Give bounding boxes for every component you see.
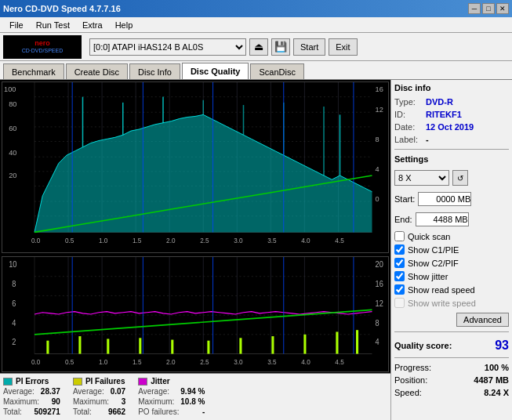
speed-selector[interactable]: 8 X Max 1 X 2 X 4 X 16 X [394, 170, 449, 186]
jitter-average: 9.94 % [180, 387, 205, 396]
show-jitter-checkbox[interactable] [394, 271, 405, 281]
svg-text:1.0: 1.0 [99, 358, 108, 366]
svg-text:10: 10 [9, 260, 16, 269]
svg-rect-97 [239, 339, 241, 354]
svg-text:4.5: 4.5 [335, 358, 344, 366]
svg-text:2.5: 2.5 [200, 237, 209, 244]
jitter-average-row: Average: 9.94 % [138, 387, 205, 396]
tab-create-disc[interactable]: Create Disc [66, 63, 128, 79]
window-controls: ─ □ ✕ [468, 3, 509, 14]
tab-scan-disc[interactable]: ScanDisc [250, 63, 303, 79]
top-chart-svg: 100 80 60 40 20 16 12 8 4 0 0.0 0.5 1.0 … [2, 82, 388, 252]
svg-text:80: 80 [9, 100, 16, 108]
pi-errors-total: 509271 [34, 407, 60, 416]
disc-id-row: ID: RITEKF1 [394, 110, 509, 119]
show-c2pif-label[interactable]: Show C2/PIF [408, 259, 459, 268]
chart-area: recorded with PIONEER DVD-RW DVR-106D [0, 80, 390, 420]
menu-bar: File Run Test Extra Help [0, 17, 512, 33]
svg-rect-101 [356, 330, 358, 353]
exit-button[interactable]: Exit [329, 38, 357, 56]
show-write-speed-checkbox[interactable] [394, 298, 405, 308]
jitter-color [138, 378, 147, 386]
svg-text:4: 4 [376, 338, 380, 346]
disc-date-label: Date: [394, 122, 423, 132]
svg-text:4: 4 [376, 165, 379, 173]
quick-scan-label[interactable]: Quick scan [408, 232, 450, 241]
show-c1pie-label[interactable]: Show C1/PIE [408, 245, 459, 255]
pi-failures-maximum: 3 [122, 397, 126, 406]
disc-type-label: Type: [394, 97, 423, 107]
close-button[interactable]: ✕ [496, 3, 509, 14]
divider-2 [394, 331, 509, 332]
speed-display-value: 8.24 X [484, 388, 509, 397]
svg-rect-99 [303, 335, 306, 354]
show-c2pif-checkbox[interactable] [394, 258, 405, 268]
start-row: Start: [394, 192, 509, 206]
menu-help[interactable]: Help [109, 19, 140, 31]
show-jitter-label[interactable]: Show jitter [408, 272, 448, 281]
logo-text: nero [22, 40, 64, 48]
save-icon-btn[interactable]: 💾 [271, 38, 290, 56]
disc-id-value: RITEKF1 [426, 110, 462, 119]
svg-text:0.5: 0.5 [65, 237, 74, 244]
disc-id-label: ID: [394, 110, 423, 119]
quality-score-value: 93 [495, 339, 509, 353]
maximize-button[interactable]: □ [482, 3, 495, 14]
refresh-icon-btn[interactable]: ↺ [452, 170, 468, 186]
tab-bar: Benchmark Create Disc Disc Info Disc Qua… [0, 61, 512, 80]
svg-rect-92 [78, 336, 81, 353]
disc-date-row: Date: 12 Oct 2019 [394, 122, 509, 132]
pi-failures-max-row: Maximum: 3 [73, 397, 125, 406]
start-label: Start: [394, 194, 415, 204]
svg-text:4.5: 4.5 [335, 237, 344, 244]
minimize-button[interactable]: ─ [468, 3, 481, 14]
svg-rect-96 [207, 341, 209, 354]
speed-display-label: Speed: [394, 388, 422, 397]
pi-failures-label: PI Failures [85, 377, 125, 386]
tab-benchmark[interactable]: Benchmark [3, 63, 64, 79]
svg-text:60: 60 [9, 125, 16, 132]
top-chart: 100 80 60 40 20 16 12 8 4 0 0.0 0.5 1.0 … [2, 81, 389, 253]
settings-title: Settings [394, 154, 509, 164]
drive-selector[interactable]: [0:0] ATAPI iHAS124 B AL0S [89, 38, 246, 56]
svg-text:8: 8 [376, 135, 379, 143]
pi-failures-average: 0.07 [111, 387, 125, 396]
svg-text:12: 12 [376, 106, 383, 114]
svg-text:3.0: 3.0 [234, 237, 243, 244]
disc-label-row: Label: - [394, 135, 509, 144]
tab-disc-info[interactable]: Disc Info [129, 63, 180, 79]
jitter-label: Jitter [151, 377, 169, 386]
jitter-maximum: 10.8 % [180, 397, 205, 406]
show-read-speed-checkbox[interactable] [394, 284, 405, 295]
legend-jitter: Jitter Average: 9.94 % Maximum: 10.8 % P… [138, 377, 205, 417]
title-bar: Nero CD-DVD Speed 4.7.7.16 ─ □ ✕ [0, 0, 512, 17]
svg-text:4.0: 4.0 [301, 358, 310, 366]
show-c1pie-checkbox[interactable] [394, 244, 405, 255]
end-input[interactable] [416, 212, 469, 226]
svg-text:6: 6 [12, 299, 16, 308]
menu-extra[interactable]: Extra [76, 19, 109, 31]
show-read-speed-row: Show read speed [394, 284, 509, 295]
advanced-button[interactable]: Advanced [456, 313, 509, 327]
show-write-speed-label: Show write speed [408, 299, 476, 308]
main-content: recorded with PIONEER DVD-RW DVR-106D [0, 80, 512, 420]
pi-errors-total-row: Total: 509271 [3, 407, 60, 416]
show-read-speed-label[interactable]: Show read speed [408, 285, 475, 295]
end-label: End: [394, 215, 412, 224]
po-failures-row: PO failures: - [138, 407, 205, 416]
legend-pi-failures: PI Failures Average: 0.07 Maximum: 3 Tot… [73, 377, 125, 417]
pi-failures-average-row: Average: 0.07 [73, 387, 125, 396]
tab-disc-quality[interactable]: Disc Quality [182, 63, 249, 79]
start-button[interactable]: Start [293, 38, 325, 56]
start-input[interactable] [418, 192, 471, 206]
quick-scan-checkbox[interactable] [394, 231, 405, 241]
svg-text:20: 20 [376, 260, 383, 269]
menu-file[interactable]: File [3, 19, 30, 31]
pi-errors-color [3, 378, 13, 386]
svg-text:8: 8 [376, 318, 379, 327]
svg-rect-91 [46, 341, 49, 354]
menu-run-test[interactable]: Run Test [30, 19, 76, 31]
svg-text:4: 4 [12, 318, 16, 327]
logo-sub: CD·DVD/SPEED [22, 48, 64, 53]
eject-icon-btn[interactable]: ⏏ [249, 38, 268, 56]
